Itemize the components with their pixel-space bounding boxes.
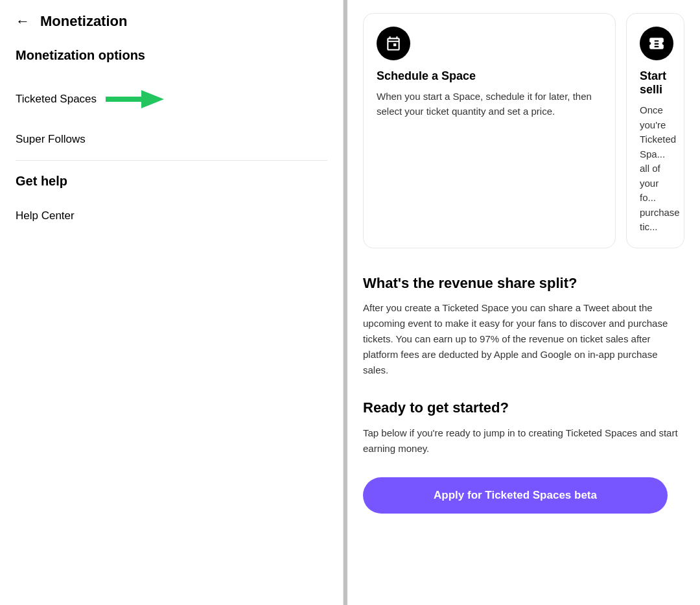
ready-body: Tap below if you're ready to jump in to … (363, 425, 684, 457)
schedule-space-title: Schedule a Space (377, 69, 602, 83)
get-help-heading: Get help (16, 174, 327, 189)
schedule-icon-circle (377, 27, 410, 60)
schedule-space-desc: When you start a Space, schedule it for … (377, 89, 602, 119)
calendar-clock-icon (385, 35, 402, 52)
right-panel: Schedule a Space When you start a Space,… (347, 0, 700, 605)
revenue-title: What's the revenue share split? (363, 274, 684, 293)
start-selling-card: Start selli Once you'reTicketed Spa...al… (626, 13, 684, 248)
sidebar-item-super-follows[interactable]: Super Follows (16, 124, 327, 155)
apply-button[interactable]: Apply for Ticketed Spaces beta (363, 477, 668, 514)
back-header: ← Monetization (16, 13, 327, 30)
ticketed-spaces-label: Ticketed Spaces (16, 84, 97, 115)
left-panel: ← Monetization Monetization options Tick… (0, 0, 344, 605)
page-title: Monetization (40, 13, 127, 30)
ticket-icon-circle (640, 27, 673, 60)
schedule-space-card: Schedule a Space When you start a Space,… (363, 13, 616, 248)
ticket-icon (648, 35, 665, 52)
green-arrow-icon (106, 90, 164, 108)
sidebar-item-help-center[interactable]: Help Center (16, 200, 327, 231)
feature-cards-row: Schedule a Space When you start a Space,… (363, 13, 684, 248)
section-divider (16, 160, 327, 161)
get-help-section: Get help Help Center (16, 174, 327, 231)
start-selling-title: Start selli (640, 69, 671, 97)
revenue-section: What's the revenue share split? After yo… (363, 274, 684, 379)
svg-rect-0 (106, 97, 145, 102)
ready-section: Ready to get started? Tap below if you'r… (363, 399, 684, 457)
revenue-body: After you create a Ticketed Space you ca… (363, 300, 684, 378)
monetization-options-heading: Monetization options (16, 48, 327, 63)
ready-title: Ready to get started? (363, 399, 684, 418)
start-selling-desc: Once you'reTicketed Spa...all of your fo… (640, 103, 671, 235)
svg-marker-1 (141, 90, 164, 108)
back-button[interactable]: ← (16, 13, 30, 30)
sidebar-item-ticketed-spaces[interactable]: Ticketed Spaces (16, 75, 327, 124)
